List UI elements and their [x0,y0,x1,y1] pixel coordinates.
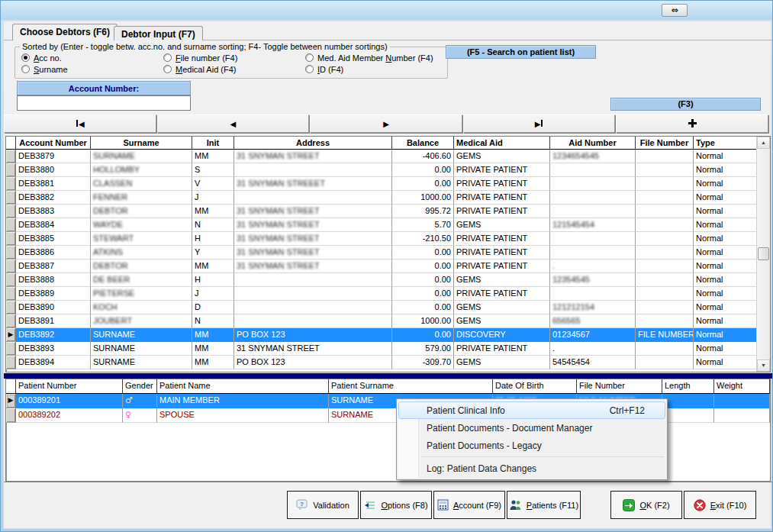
cell-file-number [636,163,694,177]
row-selector [6,342,16,356]
debtor-row[interactable]: DEB3887DEBTORMM31 SNYMAN STREET0.00PRIVA… [6,260,757,273]
account-number-input[interactable] [17,95,191,111]
debtor-row[interactable]: DEB3881CLASSENV31 SNYMAN STREEET0.00PRIV… [6,177,757,191]
debtor-table: ▲ ▼ Account NumberSurnameInitAddressBala… [5,136,771,372]
debtor-row[interactable]: DEB3879SURNAMEMM31 SNYMAN STREET-406.60G… [6,150,757,163]
cell-account-number: DEB3882 [16,191,91,205]
resize-window-button[interactable]: ⇔ [662,4,688,17]
radio-label: Medical Aid (F4) [176,65,236,74]
cell-init: MM [192,356,234,369]
row-selector [6,150,16,163]
scroll-down-icon[interactable]: ▼ [757,360,770,372]
radio-dot [305,53,314,62]
cell-medical-aid: PRIVATE PATIENT [454,177,550,191]
patients-f11-button[interactable]: Patients (F11) [507,491,581,519]
debtor-row[interactable]: DEB3893SURNAMEMM31 SNYMAN STREET579.00PR… [6,342,757,356]
exit-f10-button[interactable]: Exit (F10) [684,491,756,519]
row-selector: ▶ [6,328,16,342]
column-header-medical-aid: Medical Aid [454,137,550,150]
cell-balance: -406.60 [392,150,454,163]
nav-previous-button[interactable]: ◀ [157,114,310,133]
validation-button[interactable]: ?Validation [287,491,359,519]
cell-address [234,273,392,287]
row-selector [6,314,16,328]
cell-address: 31 SNYMAN STREET [234,232,392,246]
row-selector [6,205,16,218]
debtor-row[interactable]: ▶DEB3892SURNAMEMMPO BOX 1230.00DISCOVERY… [6,328,757,342]
debtor-row[interactable]: DEB3890KOCHD0.00GEMS121212154Normal [6,301,757,314]
cell-medical-aid: GEMS [454,273,550,287]
debtor-row[interactable]: DEB3889PIETERSEJ0.00PRIVATE PATIENTNorma… [6,287,757,301]
cell-type: Normal [694,356,757,369]
debtor-row[interactable]: DEB3883DEBTORMM31 SNYMAN STREET995.72PRI… [6,205,757,218]
context-menu-item-log-patient-data-changes[interactable]: Log: Patient Data Changes [398,459,665,477]
column-header-type: Type [694,137,757,150]
first-icon: ◀ [76,119,85,128]
debtor-row[interactable]: DEB3888DE BEERH0.00GEMS12354545Normal [6,273,757,287]
cell-aid-number [550,163,636,177]
debtor-row[interactable]: DEB3884WAYDEN31 SNYMAN STREET5.70GEMS121… [6,218,757,232]
menu-item-label: Patient Documents - Document Manager [427,423,592,434]
context-menu-item-patient-documents-legacy[interactable]: Patient Documents - Legacy [398,437,665,454]
nav-first-button[interactable]: ◀ [4,114,156,133]
cell-account-number: DEB3887 [16,260,91,273]
radio-acc-no[interactable]: Acc no. [21,52,163,63]
account-number-label: Account Number: [17,81,191,95]
debtor-row[interactable]: DEB3880HOLLOMBYS0.00PRIVATE PATIENTNorma… [6,163,757,177]
menu-item-shortcut: Ctrl+F12 [610,405,655,416]
row-selector [6,301,16,314]
cell-balance: -210.50 [392,232,454,246]
cell-balance: 0.00 [392,177,454,191]
nav-next-button[interactable]: ▶ [310,114,462,133]
scroll-up-icon[interactable]: ▲ [757,137,770,149]
radio-id-f4[interactable]: ID (F4) [305,63,447,75]
account-f9-button[interactable]: Account (F9) [433,491,505,519]
cell-balance: 0.00 [392,273,454,287]
nav-last-button[interactable]: ▶ [463,114,616,133]
row-selector [6,218,16,232]
cell-file-number [636,191,694,205]
radio-file-number-f4[interactable]: File number (F4) [163,52,305,63]
sort-options-group: Sorted by (Enter - toggle betw. acc.no. … [14,47,448,79]
cell-address: 31 SNYMAN STREEET [234,177,392,191]
column-header-gender: Gender [123,379,157,394]
cell-aid-number: 121212154 [550,301,636,314]
cell-account-number: DEB3879 [16,150,91,163]
radio-surname[interactable]: Surname [21,63,163,75]
cell-init: S [192,163,234,177]
cell-account-number: DEB3894 [16,356,91,369]
scrollbar-thumb[interactable] [758,247,769,260]
f3-button[interactable]: (F3) [610,98,761,111]
sort-group-legend: Sorted by (Enter - toggle betw. acc.no. … [20,42,390,51]
options-f8-button[interactable]: Options (F8) [360,491,432,519]
context-menu-item-patient-clinical-info[interactable]: Patient Clinical InfoCtrl+F12 [398,401,665,419]
account-icon [437,499,449,511]
cell-aid-number: 54545454 [550,356,636,369]
radio-med-aid-member-number-f4[interactable]: Med. Aid Member Number (F4) [305,52,447,63]
cell-file-number [636,287,694,301]
debtor-row[interactable]: DEB3891JOUBERTN1000.00GEMS656565Normal [6,314,757,328]
debtor-table-scrollbar[interactable]: ▲ ▼ [756,137,770,372]
radio-medical-aid-f4[interactable]: Medical Aid (F4) [163,63,305,75]
search-patient-list-button[interactable]: (F5 - Search on patient list) [446,45,596,59]
cell-surname: SURNAME [91,342,192,356]
cell-type: Normal [694,191,757,205]
column-header-init: Init [192,137,234,150]
debtor-row[interactable]: DEB3886ATKINSY31 SNYMAN STREET0.00PRIVAT… [6,246,757,260]
panel-separator [4,373,772,379]
cell-file-number [636,232,694,246]
tab-debtor-input[interactable]: Debtor Input (F7) [114,26,203,40]
cell-balance: 0.00 [392,246,454,260]
button-label: Exit (F10) [710,501,747,510]
row-selector [6,191,16,205]
debtor-row[interactable]: DEB3894SURNAMEMMPO BOX 123-309.70GEMS545… [6,356,757,369]
row-selector [6,232,16,246]
cell-balance: 0.00 [392,301,454,314]
debtor-row[interactable]: DEB3885STEWARTH31 SNYMAN STREET-210.50PR… [6,232,757,246]
tab-choose-debtors[interactable]: Choose Debtors (F6) [12,24,118,40]
debtor-row[interactable]: DEB3882FENNERJ1000.00PRIVATE PATIENTNorm… [6,191,757,205]
cell-aid-number [550,287,636,301]
context-menu-item-patient-documents-document-manager[interactable]: Patient Documents - Document Manager [398,419,665,437]
nav-add-button[interactable] [616,114,768,133]
ok-f2-button[interactable]: OK (F2) [610,491,682,519]
